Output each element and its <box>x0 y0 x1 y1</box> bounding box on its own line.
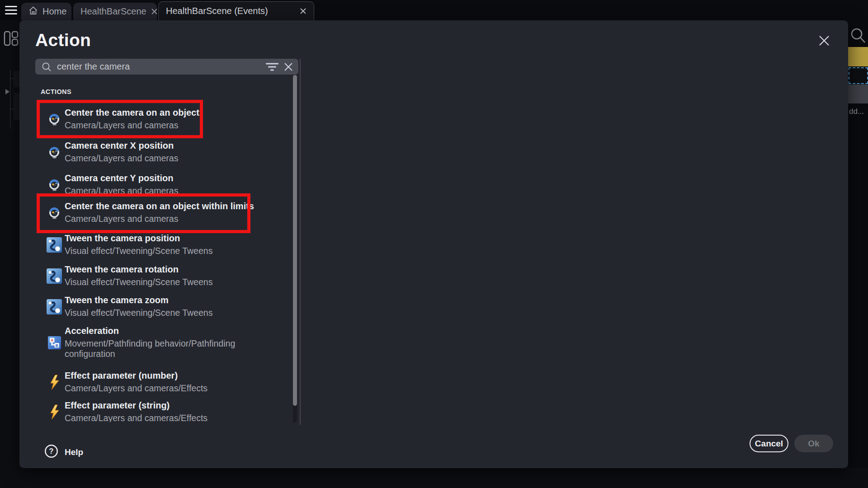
list-item-acceleration[interactable]: A B Acceleration Movement/Pathfinding be… <box>44 326 286 359</box>
action-title: Acceleration <box>65 326 277 336</box>
event-block <box>14 93 19 120</box>
action-group: Camera/Layers and cameras/Effects <box>65 383 208 394</box>
lightning-icon <box>44 404 65 420</box>
help-button[interactable]: ? Help <box>44 444 83 460</box>
action-group: Visual effect/Tweening/Scene Tweens <box>65 246 212 256</box>
pathfinding-icon: A B <box>44 336 65 349</box>
webcam-icon <box>44 113 65 126</box>
webcam-icon <box>44 146 65 159</box>
action-group: Camera/Layers and cameras <box>65 214 254 224</box>
selected-event-block[interactable] <box>848 47 868 66</box>
tab-healthbarscene-events[interactable]: HealthBarScene (Events) <box>158 1 314 20</box>
add-event-truncated-label[interactable]: dd... <box>849 107 864 116</box>
action-group: Camera/Layers and cameras/Effects <box>65 413 208 422</box>
action-title: Center the camera on an object <box>65 108 199 118</box>
webcam-icon <box>44 178 65 191</box>
events-editor-left-edge <box>0 20 19 468</box>
selection-dashed-box <box>849 67 868 84</box>
lightning-icon <box>44 375 65 390</box>
event-tree-line <box>10 70 10 129</box>
panel-divider <box>300 59 301 425</box>
help-label: Help <box>65 447 83 457</box>
action-group: Camera/Layers and cameras <box>65 120 199 131</box>
svg-text:B: B <box>55 343 58 347</box>
tween-icon <box>44 299 65 314</box>
svg-text:?: ? <box>49 447 54 455</box>
event-block <box>14 71 19 87</box>
search-events-icon[interactable] <box>850 28 866 47</box>
list-item-tween-camera-rotation[interactable]: Tween the camera rotation Visual effect/… <box>44 264 286 287</box>
ok-button[interactable]: Ok <box>794 435 833 452</box>
list-item-tween-camera-position[interactable]: Tween the camera position Visual effect/… <box>44 233 286 256</box>
scrollbar-thumb[interactable] <box>293 75 297 406</box>
panels-layout-icon[interactable] <box>3 30 19 48</box>
action-group: Visual effect/Tweening/Scene Tweens <box>65 308 212 318</box>
close-tab-icon[interactable] <box>151 8 158 15</box>
close-dialog-icon[interactable] <box>816 33 832 48</box>
tab-home[interactable]: Home <box>21 3 71 20</box>
tab-label: HealthBarScene <box>80 6 146 17</box>
tab-label: Home <box>42 6 66 17</box>
dialog-title: Action <box>35 30 91 50</box>
action-group: Movement/Pathfinding behavior/Pathfindin… <box>65 338 277 359</box>
clear-search-icon[interactable] <box>284 62 293 71</box>
webcam-icon <box>44 206 65 219</box>
action-title: Tween the camera position <box>65 233 212 244</box>
action-title: Tween the camera zoom <box>65 295 212 305</box>
tween-icon <box>44 237 65 253</box>
action-title: Effect parameter (string) <box>65 400 208 411</box>
action-title: Camera center X position <box>65 141 178 151</box>
event-expand-arrow[interactable] <box>5 89 9 94</box>
action-title: Camera center Y position <box>65 173 178 183</box>
action-dialog: Action ACTIONS <box>19 20 848 468</box>
list-item-tween-camera-zoom[interactable]: Tween the camera zoom Visual effect/Twee… <box>44 295 286 318</box>
menu-icon[interactable] <box>5 6 17 15</box>
tab-label: HealthBarScene (Events) <box>166 6 268 16</box>
actions-list: ACTIONS Center the camera on an object C… <box>35 77 293 422</box>
list-item-camera-center-x[interactable]: Camera center X position Camera/Layers a… <box>44 141 286 164</box>
scrollbar-track[interactable] <box>293 75 297 422</box>
home-icon <box>28 6 38 18</box>
search-input[interactable] <box>57 61 260 72</box>
tab-bar: Home HealthBarScene HealthBarScene (Even… <box>0 0 868 20</box>
tween-icon <box>44 268 65 284</box>
action-title: Effect parameter (number) <box>65 371 208 381</box>
close-tab-icon[interactable] <box>300 8 307 14</box>
list-item-center-camera-on-object[interactable]: Center the camera on an object Camera/La… <box>44 108 286 131</box>
action-group: Visual effect/Tweening/Scene Tweens <box>65 277 212 287</box>
list-item-camera-center-y[interactable]: Camera center Y position Camera/Layers a… <box>44 173 286 196</box>
list-item-center-camera-within-limits[interactable]: Center the camera on an object within li… <box>44 201 286 224</box>
svg-text:A: A <box>51 338 53 343</box>
list-section-header: ACTIONS <box>41 88 71 95</box>
tab-healthbarscene[interactable]: HealthBarScene <box>73 3 157 20</box>
cancel-button[interactable]: Cancel <box>750 435 788 452</box>
action-group: Camera/Layers and cameras <box>65 153 178 164</box>
action-title: Tween the camera rotation <box>65 264 212 275</box>
action-search-bar <box>35 59 298 75</box>
help-icon: ? <box>44 444 58 460</box>
filter-icon[interactable] <box>266 62 278 72</box>
list-item-effect-parameter-string[interactable]: Effect parameter (string) Camera/Layers … <box>44 400 286 422</box>
action-title: Center the camera on an object within li… <box>65 201 254 211</box>
event-block[interactable] <box>848 84 868 103</box>
events-editor-right-edge: dd... <box>848 20 868 468</box>
list-item-effect-parameter-number[interactable]: Effect parameter (number) Camera/Layers … <box>44 371 286 394</box>
action-group: Camera/Layers and cameras <box>65 186 178 196</box>
search-icon <box>42 62 52 72</box>
